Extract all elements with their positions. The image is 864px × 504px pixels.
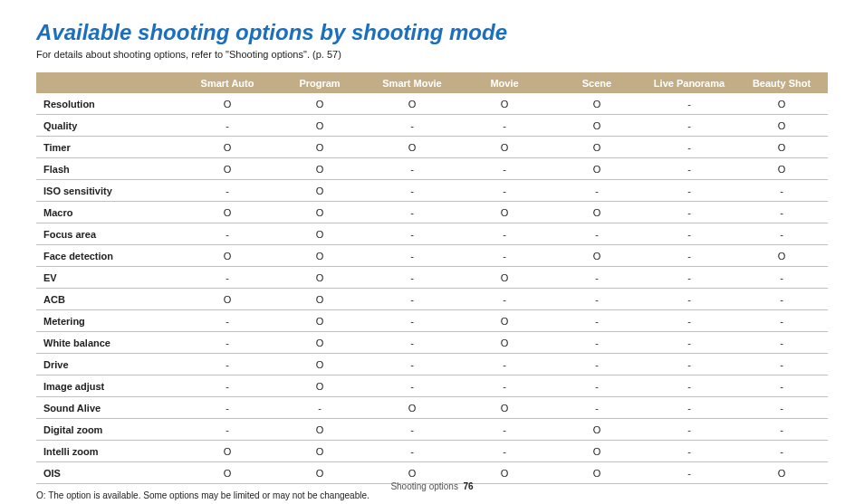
table-row: MacroOO-OO--: [36, 202, 828, 223]
cell: O: [181, 462, 274, 484]
cell: -: [366, 441, 458, 462]
row-label: OIS: [36, 462, 181, 484]
row-label: Digital zoom: [36, 419, 181, 441]
cell: -: [366, 115, 458, 137]
column-header: Live Panorama: [643, 72, 735, 93]
cell: O: [551, 462, 643, 484]
cell: O: [181, 93, 274, 115]
table-row: ACBOO-----: [36, 289, 828, 310]
cell: O: [181, 158, 274, 180]
cell: -: [366, 310, 458, 332]
cell: -: [458, 223, 551, 245]
cell: O: [274, 202, 366, 223]
cell: -: [735, 289, 828, 310]
cell: -: [643, 267, 735, 289]
column-header: Smart Auto: [181, 72, 274, 93]
cell: O: [274, 462, 366, 484]
cell: -: [366, 267, 458, 289]
cell: -: [458, 245, 551, 267]
cell: -: [181, 354, 274, 376]
cell: O: [458, 202, 551, 223]
cell: O: [551, 419, 643, 441]
cell: O: [366, 397, 458, 419]
column-header: Scene: [551, 72, 643, 93]
cell: -: [735, 310, 828, 332]
cell: O: [274, 419, 366, 441]
cell: -: [458, 289, 551, 310]
cell: O: [274, 137, 366, 158]
cell: O: [458, 310, 551, 332]
cell: -: [643, 441, 735, 462]
table-row: Image adjust-O-----: [36, 376, 828, 397]
cell: -: [458, 158, 551, 180]
row-label: Quality: [36, 115, 181, 137]
cell: -: [551, 223, 643, 245]
cell: -: [551, 354, 643, 376]
cell: O: [366, 137, 458, 158]
page-title: Available shooting options by shooting m…: [36, 20, 828, 45]
cell: O: [274, 289, 366, 310]
table-row: White balance-O-O---: [36, 332, 828, 354]
cell: O: [551, 93, 643, 115]
row-label: Flash: [36, 158, 181, 180]
cell: -: [366, 158, 458, 180]
cell: -: [643, 419, 735, 441]
cell: -: [551, 376, 643, 397]
cell: O: [458, 462, 551, 484]
cell: -: [643, 376, 735, 397]
cell: O: [735, 245, 828, 267]
cell: O: [274, 354, 366, 376]
column-header: Beauty Shot: [735, 72, 828, 93]
cell: -: [735, 267, 828, 289]
table-row: ISO sensitivity-O-----: [36, 180, 828, 202]
cell: O: [551, 115, 643, 137]
cell: -: [643, 202, 735, 223]
table-row: Digital zoom-O--O--: [36, 419, 828, 441]
cell: O: [274, 332, 366, 354]
row-label: Face detection: [36, 245, 181, 267]
cell: -: [366, 376, 458, 397]
cell: O: [458, 93, 551, 115]
cell: -: [643, 93, 735, 115]
footer-page-number: 76: [463, 481, 473, 491]
cell: O: [366, 462, 458, 484]
cell: -: [458, 180, 551, 202]
cell: O: [181, 441, 274, 462]
cell: -: [643, 332, 735, 354]
cell: -: [458, 354, 551, 376]
cell: O: [274, 93, 366, 115]
cell: -: [735, 202, 828, 223]
cell: -: [643, 180, 735, 202]
table-notes: O: The option is available. Some options…: [36, 490, 828, 504]
page-footer: Shooting options 76: [0, 481, 864, 491]
table-row: Focus area-O-----: [36, 223, 828, 245]
cell: O: [458, 332, 551, 354]
cell: -: [643, 289, 735, 310]
cell: -: [458, 441, 551, 462]
cell: -: [551, 310, 643, 332]
cell: -: [366, 332, 458, 354]
row-label: Sound Alive: [36, 397, 181, 419]
row-label: White balance: [36, 332, 181, 354]
cell: -: [735, 441, 828, 462]
cell: O: [181, 137, 274, 158]
cell: -: [643, 158, 735, 180]
footer-section: Shooting options: [390, 481, 458, 491]
cell: O: [274, 267, 366, 289]
table-row: Intelli zoomOO--O--: [36, 441, 828, 462]
cell: -: [366, 180, 458, 202]
cell: O: [274, 310, 366, 332]
cell: -: [643, 137, 735, 158]
cell: O: [274, 245, 366, 267]
cell: -: [551, 332, 643, 354]
cell: -: [366, 289, 458, 310]
cell: -: [551, 267, 643, 289]
row-label: Timer: [36, 137, 181, 158]
cell: -: [181, 310, 274, 332]
row-label: Metering: [36, 310, 181, 332]
options-table: Smart AutoProgramSmart MovieMovieSceneLi…: [36, 72, 828, 484]
cell: O: [551, 441, 643, 462]
row-label: EV: [36, 267, 181, 289]
row-label: ISO sensitivity: [36, 180, 181, 202]
cell: -: [735, 354, 828, 376]
